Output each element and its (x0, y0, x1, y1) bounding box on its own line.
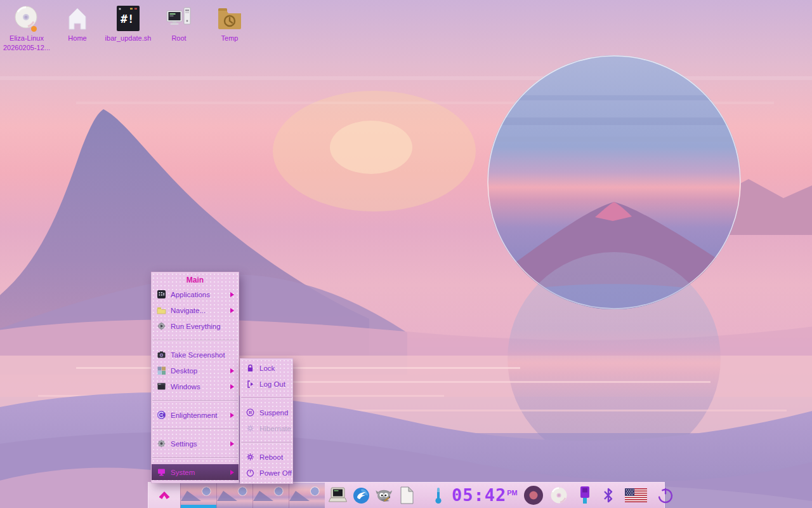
mixer-icon (523, 485, 544, 506)
pager-desktop-4[interactable] (289, 483, 325, 508)
desktop-icon-label: Root (171, 34, 186, 43)
main-menu-title: Main (152, 274, 239, 286)
desktop-pager-icon (157, 366, 166, 375)
power-gadget[interactable] (656, 486, 675, 505)
mounted-indicator-dot (31, 26, 37, 32)
us-flag-icon (625, 488, 647, 502)
menu-item-label: Applications (171, 291, 210, 298)
removable-media-gadget[interactable] (579, 486, 591, 505)
menu-separator (152, 394, 239, 407)
bluetooth-icon (601, 486, 615, 504)
ibar-app-libreoffice[interactable] (396, 485, 417, 505)
computer-icon (166, 4, 192, 33)
mixer-gadget[interactable] (523, 485, 544, 506)
menu-item-desktop[interactable]: Desktop (152, 363, 239, 378)
menu-item-settings[interactable]: Settings (152, 436, 239, 451)
menu-item-label: Settings (171, 440, 197, 448)
desktop-icon-row: Eliza-Linux 20260205-12... Home #! ibar_… (1, 4, 255, 52)
menu-separator (152, 451, 239, 464)
clock-gadget[interactable]: 05:42 PM (452, 485, 518, 505)
menu-item-label: Enlightenment (171, 411, 218, 419)
temp-folder-icon (216, 4, 244, 33)
keyboard-layout-gadget[interactable] (625, 488, 647, 502)
mail-bird-icon (352, 486, 370, 505)
enlightenment-icon (157, 410, 166, 420)
menu-item-navigate[interactable]: Navigate... (152, 302, 239, 318)
menu-item-windows[interactable]: Windows (152, 378, 239, 394)
submenu-arrow-icon (230, 308, 234, 313)
shell-script-icon: #! (115, 4, 141, 33)
pager-desktop-3[interactable] (252, 483, 289, 508)
temperature-gadget[interactable] (433, 486, 443, 504)
menu-item-label: System (171, 469, 195, 476)
menu-item-log-out[interactable]: Log Out (240, 376, 292, 392)
menu-item-enlightenment[interactable]: Enlightenment (152, 407, 239, 423)
clock-time: 05:42 (452, 485, 506, 505)
ibar-app-mail[interactable] (351, 485, 371, 505)
desktop-icon-label-line2: 20260205-12... (3, 44, 50, 52)
menu-item-label: Navigate... (171, 307, 206, 314)
wallpaper-image (0, 0, 812, 508)
disc-icon (550, 486, 568, 504)
logout-icon (246, 379, 255, 389)
ibar-app-gimp[interactable] (374, 485, 394, 505)
desktop: Eliza-Linux 20260205-12... Home #! ibar_… (0, 0, 812, 508)
menu-item-run-everything[interactable]: Run Everything (152, 318, 239, 334)
pager-desktop-2[interactable] (216, 483, 252, 508)
menu-item-label: Desktop (171, 367, 197, 375)
settings-gear-icon (157, 439, 166, 448)
menu-item-system[interactable]: System (152, 464, 239, 480)
main-menu: Main Applications Navigate... Run Everyt… (151, 272, 239, 483)
desktop-icon-label: ibar_update.sh (105, 34, 152, 43)
pager-desktop-1[interactable] (180, 483, 216, 508)
menu-item-power-off[interactable]: Power Off (240, 465, 292, 481)
menu-separator (152, 334, 239, 347)
submenu-arrow-icon (230, 413, 234, 418)
menu-item-label: Windows (171, 383, 200, 391)
menu-separator (240, 392, 292, 404)
libreoffice-document-icon (398, 486, 416, 505)
bluetooth-gadget[interactable] (601, 486, 615, 504)
menu-item-label: Run Everything (171, 323, 221, 330)
system-monitor-icon (157, 467, 166, 477)
thermometer-icon (433, 486, 443, 504)
desktop-icon-root[interactable]: Root (154, 4, 204, 52)
cpufreq-gadget[interactable] (550, 486, 568, 504)
hibernate-icon (246, 424, 255, 433)
svg-text:#!: #! (121, 12, 134, 25)
reboot-icon (246, 452, 255, 462)
menu-item-take-screenshot[interactable]: Take Screenshot (152, 347, 239, 363)
submenu-arrow-icon (230, 292, 234, 297)
menu-item-label: Hibernate (259, 425, 291, 432)
desktop-icon-label: Home (68, 34, 86, 43)
menu-item-lock[interactable]: Lock (240, 360, 292, 376)
ibar-launcher (328, 485, 417, 505)
menu-item-reboot[interactable]: Reboot (240, 449, 292, 465)
windows-icon (157, 382, 166, 391)
desktop-icon-temp[interactable]: Temp (204, 4, 255, 52)
menu-separator (240, 436, 292, 449)
menu-item-label: Suspend (259, 409, 288, 417)
menu-item-label: Reboot (259, 453, 283, 461)
power-button-icon (656, 486, 675, 505)
start-arrow-icon (159, 491, 170, 499)
desktop-icon-ibar-update-sh[interactable]: #! ibar_update.sh (103, 4, 154, 52)
menu-item-label: Take Screenshot (171, 351, 225, 359)
ibar-app-terminal[interactable] (328, 485, 348, 505)
submenu-arrow-icon (230, 470, 234, 475)
screenshot-icon (157, 350, 166, 359)
desktop-icon-eliza-linux[interactable]: Eliza-Linux 20260205-12... (1, 4, 52, 52)
navigate-folder-icon (157, 305, 166, 315)
power-off-icon (246, 468, 255, 478)
applications-icon (157, 290, 166, 299)
desktop-icon-home[interactable]: Home (52, 4, 103, 52)
shelf-start-button[interactable] (148, 483, 180, 508)
menu-item-hibernate[interactable]: Hibernate (240, 420, 292, 436)
desktop-icon-label: Eliza-Linux (10, 34, 44, 43)
menu-item-suspend[interactable]: Suspend (240, 404, 292, 420)
virtual-desktop-pager (180, 483, 325, 508)
clock-meridiem: PM (507, 489, 518, 497)
menu-item-applications[interactable]: Applications (152, 286, 239, 302)
submenu-arrow-icon (230, 384, 234, 389)
run-everything-icon (157, 321, 166, 331)
